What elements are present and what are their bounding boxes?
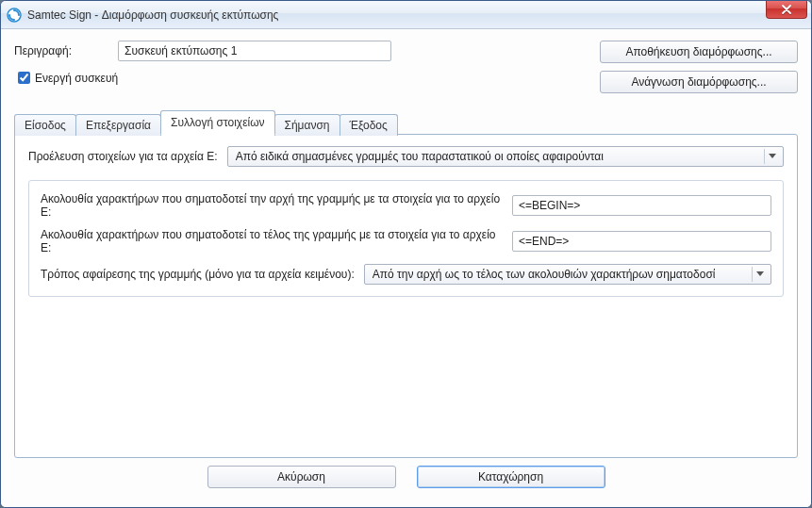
source-combo[interactable]: Από ειδικά σημασμένες γραμμές του παραστ… [227, 146, 784, 167]
submit-button[interactable]: Καταχώρηση [417, 466, 605, 488]
begin-marker-input[interactable] [512, 195, 771, 216]
app-icon [7, 8, 22, 23]
window-title: Samtec Sign - Διαμόρφωση συσκευής εκτύπω… [27, 8, 805, 22]
tab-marking[interactable]: Σήμανση [274, 114, 340, 136]
description-input[interactable] [118, 41, 391, 61]
tab-processing[interactable]: Επεξεργασία [75, 114, 161, 136]
source-combo-value: Από ειδικά σημασμένες γραμμές του παραστ… [236, 150, 604, 163]
end-marker-label: Ακολουθία χαρακτήρων που σηματοδοτεί το … [41, 228, 503, 254]
save-config-button[interactable]: Αποθήκευση διαμόρφωσης... [600, 41, 798, 63]
cancel-button[interactable]: Ακύρωση [207, 466, 396, 488]
load-config-button[interactable]: Ανάγνωση διαμόρφωσης... [600, 71, 798, 93]
tab-panel-data-collection: Προέλευση στοιχείων για τα αρχεία E: Από… [14, 134, 798, 458]
active-device-checkbox[interactable] [18, 72, 30, 84]
dialog-footer: Ακύρωση Καταχώρηση [14, 458, 798, 500]
tabstrip: Είσοδος Επεξεργασία Συλλογή στοιχείων Σή… [14, 110, 798, 135]
remove-mode-value: Από την αρχή ως το τέλος των ακολουθιών … [373, 268, 716, 281]
chevron-down-icon [764, 149, 779, 164]
end-marker-input[interactable] [512, 231, 771, 252]
description-label: Περιγραφή: [14, 44, 118, 57]
chevron-down-icon [752, 267, 767, 282]
remove-mode-combo[interactable]: Από την αρχή ως το τέλος των ακολουθιών … [364, 264, 771, 285]
active-device-label: Ενεργή συσκευή [35, 72, 118, 85]
dialog-body: Περιγραφή: Ενεργή συσκευή Αποθήκευση δια… [1, 29, 811, 507]
begin-marker-label: Ακολουθία χαρακτήρων που σηματοδοτεί την… [41, 192, 503, 219]
tab-data-collection[interactable]: Συλλογή στοιχείων [160, 110, 274, 135]
source-label: Προέλευση στοιχείων για τα αρχεία E: [28, 150, 218, 163]
remove-mode-label: Τρόπος αφαίρεσης της γραμμής (μόνο για τ… [41, 268, 355, 281]
marker-group: Ακολουθία χαρακτήρων που σηματοδοτεί την… [28, 180, 784, 297]
titlebar: Samtec Sign - Διαμόρφωση συσκευής εκτύπω… [1, 1, 811, 29]
tab-input[interactable]: Είσοδος [14, 114, 76, 136]
close-button[interactable] [766, 0, 807, 19]
header-area: Περιγραφή: Ενεργή συσκευή Αποθήκευση δια… [14, 41, 798, 107]
dialog-window: Samtec Sign - Διαμόρφωση συσκευής εκτύπω… [0, 0, 812, 508]
tab-output[interactable]: Έξοδος [340, 114, 398, 136]
